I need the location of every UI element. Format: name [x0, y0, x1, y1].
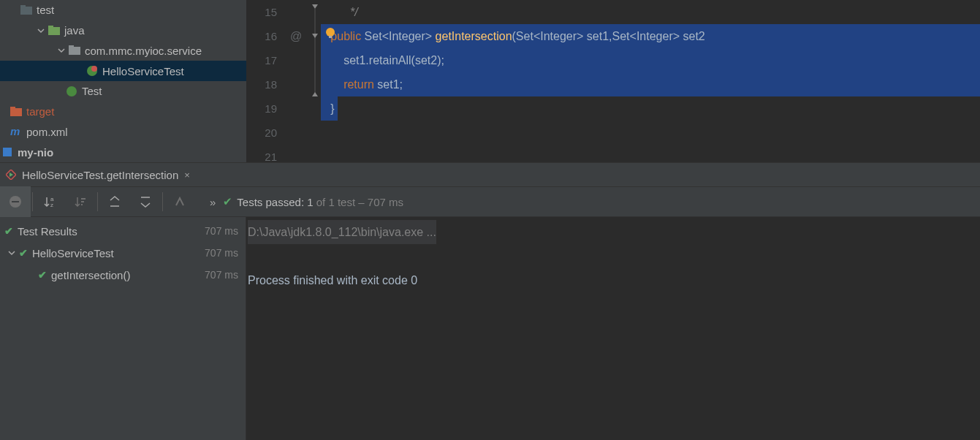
code-line: set1.retainAll(set2);	[321, 48, 980, 72]
code-line: public Set<Integer> getIntersection(Set<…	[321, 24, 980, 48]
annotation-gutter: @	[283, 0, 309, 162]
class-icon	[66, 86, 77, 97]
svg-point-8	[67, 86, 77, 96]
svg-rect-5	[69, 45, 74, 49]
line-number: 20	[246, 121, 277, 145]
separator	[162, 192, 163, 211]
line-number: 17	[246, 48, 277, 72]
more-icon[interactable]: »	[210, 196, 216, 208]
line-number: 16	[246, 24, 277, 48]
svg-point-7	[91, 66, 97, 72]
tree-item-package[interactable]: com.mmc.myioc.service	[0, 41, 246, 61]
tree-label: Test	[82, 85, 102, 97]
line-number: 18	[246, 72, 277, 96]
console-output[interactable]: D:\Java\jdk1.8.0_112\bin\java.exe ... Pr…	[246, 217, 980, 440]
tree-item-target[interactable]: target	[0, 102, 246, 122]
line-number: 21	[246, 145, 277, 169]
svg-rect-21	[81, 201, 84, 202]
test-results-tree[interactable]: ✔ Test Results 707 ms ✔ HelloServiceTest…	[0, 217, 246, 440]
project-tree[interactable]: test java com.mmc.myioc.service HelloSer…	[0, 0, 246, 162]
check-icon: ✔	[4, 225, 13, 237]
close-icon[interactable]: ×	[184, 170, 190, 181]
code-line: return set1;	[321, 72, 980, 96]
test-root[interactable]: ✔ Test Results 707 ms	[0, 220, 246, 242]
override-icon[interactable]: @	[283, 24, 309, 48]
test-class-label: HelloServiceTest	[32, 247, 205, 259]
console-command: D:\Java\jdk1.8.0_112\bin\java.exe ...	[248, 220, 436, 244]
code-editor[interactable]: 15 16 17 18 19 20 21 @	[246, 0, 980, 162]
tree-label: target	[26, 105, 54, 118]
sort-duration-button[interactable]	[65, 186, 96, 217]
prev-test-button[interactable]	[164, 186, 195, 217]
chevron-down-icon	[37, 26, 45, 35]
test-method-label: getIntersection()	[51, 269, 205, 281]
tree-label: com.mmc.myioc.service	[85, 45, 202, 57]
svg-rect-15	[329, 36, 332, 38]
svg-text:z: z	[50, 202, 53, 208]
test-class[interactable]: ✔ HelloServiceTest 707 ms	[0, 242, 246, 264]
line-number: 19	[246, 96, 277, 121]
folder-icon	[48, 25, 60, 37]
tree-item-helloservicetest[interactable]: HelloServiceTest	[0, 61, 246, 81]
tree-label: my-nio	[18, 146, 53, 159]
svg-rect-22	[81, 204, 83, 205]
sort-button[interactable]: az	[34, 186, 65, 217]
test-time: 707 ms	[205, 269, 238, 281]
test-time: 707 ms	[205, 225, 238, 237]
test-method[interactable]: ✔ getIntersection() 707 ms	[0, 264, 246, 286]
package-icon	[69, 45, 80, 56]
tree-item-test-class[interactable]: Test	[0, 81, 246, 102]
tree-item-java[interactable]: java	[0, 20, 246, 41]
intention-bulb-icon[interactable]	[324, 27, 336, 39]
svg-point-14	[326, 28, 335, 37]
code-line	[321, 145, 980, 169]
svg-rect-20	[81, 198, 86, 200]
tree-label: pom.xml	[26, 126, 68, 138]
check-icon: ✔	[38, 269, 47, 281]
svg-rect-1	[20, 5, 26, 9]
chevron-down-icon	[7, 249, 16, 257]
line-gutter: 15 16 17 18 19 20 21	[246, 0, 283, 162]
collapse-all-button[interactable]	[130, 186, 161, 217]
line-number: 15	[246, 0, 277, 24]
tree-item-pom[interactable]: m pom.xml	[0, 122, 246, 143]
svg-text:m: m	[10, 126, 20, 137]
separator	[32, 192, 33, 211]
maven-icon: m	[10, 126, 22, 137]
check-icon: ✔	[19, 247, 28, 259]
svg-rect-3	[48, 26, 53, 29]
tree-item-test[interactable]: test	[0, 0, 246, 20]
tree-label: HelloServiceTest	[102, 65, 184, 77]
code-area[interactable]: */ public Set<Integer> getIntersection(S…	[321, 0, 980, 162]
svg-rect-10	[10, 107, 15, 110]
test-time: 707 ms	[205, 247, 238, 259]
code-line	[321, 121, 980, 145]
tree-label: java	[64, 24, 85, 37]
folder-icon	[10, 106, 22, 118]
tree-item-my-nio[interactable]: my-nio	[0, 142, 246, 162]
svg-rect-17	[12, 201, 19, 202]
chevron-down-icon	[57, 46, 66, 55]
expand-all-button[interactable]	[99, 186, 130, 217]
folder-icon	[20, 4, 32, 16]
tree-label: test	[37, 4, 54, 16]
run-config-icon	[6, 170, 16, 180]
separator	[97, 192, 98, 211]
test-root-label: Test Results	[18, 225, 205, 238]
hide-passed-button[interactable]	[0, 186, 31, 217]
fold-column[interactable]	[309, 0, 321, 162]
test-status: ✔ Tests passed: 1 of 1 test – 707 ms	[223, 195, 403, 208]
run-tab-label[interactable]: HelloServiceTest.getIntersection	[22, 169, 178, 181]
code-line: }	[321, 96, 980, 121]
svg-rect-12	[3, 148, 12, 156]
class-icon	[86, 65, 98, 77]
test-toolbar: az » ✔ Tests passed: 1 of 1 test – 707 m…	[0, 186, 980, 217]
module-icon	[1, 146, 13, 158]
check-icon: ✔	[223, 195, 232, 208]
code-line: */	[321, 0, 980, 24]
console-exit-line: Process finished with exit code 0	[248, 268, 979, 292]
